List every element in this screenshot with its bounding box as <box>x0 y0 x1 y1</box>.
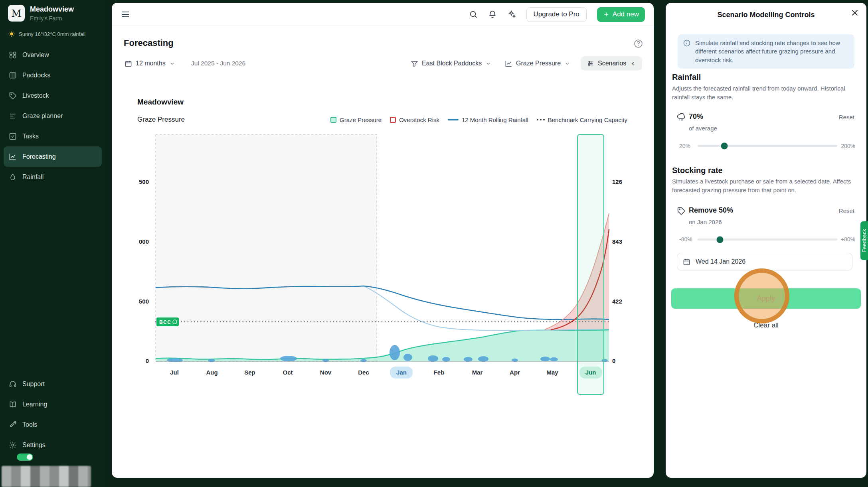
upgrade-pro-button[interactable]: Upgrade to Pro <box>526 7 587 22</box>
help-icon[interactable] <box>633 39 643 49</box>
rainfall-value: 70% <box>689 112 703 121</box>
month-label: Jul <box>170 369 179 376</box>
tag-icon <box>9 92 17 100</box>
sidebar-item-livestock[interactable]: Livestock <box>4 85 102 106</box>
sidebar-item-settings[interactable]: Settings <box>4 435 102 455</box>
chevron-down-icon <box>169 61 175 67</box>
forecast-chart: BCC 500 000 500 0 126 843 422 0 Jul Aug … <box>112 122 654 402</box>
line-chart-icon <box>505 60 512 67</box>
stocking-slider-min: -80% <box>679 236 692 243</box>
sidebar-item-rainfall[interactable]: Rainfall <box>4 167 102 187</box>
month-label: Dec <box>358 369 369 376</box>
sidebar-item-tools[interactable]: Tools <box>4 414 102 435</box>
sidebar-item-label: Tasks <box>22 133 39 140</box>
sidebar-item-forecasting[interactable]: Forecasting <box>4 146 102 167</box>
june-highlight-column[interactable] <box>577 134 604 394</box>
month-label: Apr <box>510 369 520 376</box>
farm-name: Emily's Farm <box>30 15 74 22</box>
info-icon <box>683 39 691 47</box>
legend-rolling-rainfall: 12 Month Rolling Rainfall <box>448 116 528 123</box>
sidebar-item-graze-planner[interactable]: Graze planner <box>4 106 102 126</box>
stocking-date-input[interactable]: Wed 14 Jan 2026 <box>677 253 852 270</box>
sidebar-item-label: Rainfall <box>22 174 43 181</box>
logo-mark: M <box>8 5 25 22</box>
legend-label: Benchmark Carrying Capacity <box>548 116 627 123</box>
apply-button[interactable]: Apply <box>671 288 861 309</box>
chart-legend: Graze Pressure Overstock Risk 12 Month R… <box>330 116 627 123</box>
stocking-value: Remove 50% <box>689 206 733 215</box>
wrench-icon <box>9 421 17 429</box>
gear-icon <box>9 441 17 449</box>
sidebar-item-tasks[interactable]: Tasks <box>4 126 102 146</box>
add-new-label: Add new <box>613 10 639 18</box>
y-label-left: 0 <box>146 357 149 364</box>
sidebar-item-label: Forecasting <box>22 153 56 160</box>
clear-all-link[interactable]: Clear all <box>666 321 866 329</box>
sidebar-toggle[interactable] <box>17 453 33 461</box>
stocking-reset-link[interactable]: Reset <box>839 207 854 214</box>
tag-icon <box>677 207 686 215</box>
topbar: Upgrade to Pro Add new <box>112 3 654 26</box>
scenarios-button[interactable]: Scenarios <box>581 56 642 71</box>
sidebar-item-label: Learning <box>22 401 47 408</box>
sparkles-icon[interactable] <box>507 10 516 19</box>
y-label-right: 422 <box>612 298 622 305</box>
feedback-tab[interactable]: Feedback <box>860 221 868 260</box>
check-square-icon <box>9 132 17 140</box>
period-filter[interactable]: 12 months <box>125 56 175 71</box>
teal-swatch-icon <box>330 117 336 123</box>
rainfall-description: Adjusts the forecasted rainfall trend fr… <box>672 84 860 102</box>
app-logo[interactable]: M Meadowview Emily's Farm <box>8 5 74 22</box>
stocking-slider-max: +80% <box>841 236 855 243</box>
chart-title: Meadowview <box>137 98 184 106</box>
legend-label: Overstock Risk <box>399 116 439 123</box>
red-swatch-icon <box>390 117 396 123</box>
cloud-rain-icon <box>677 113 686 122</box>
sidebar-item-learning[interactable]: Learning <box>4 394 102 414</box>
bell-icon[interactable] <box>488 10 497 19</box>
rainfall-sub: of average <box>689 125 717 132</box>
calendar-icon <box>125 60 132 67</box>
stocking-description: Simulates a livestock purchase or sale f… <box>672 177 860 195</box>
legend-benchmark: Benchmark Carrying Capacity <box>537 116 627 123</box>
legend-overstock-risk: Overstock Risk <box>390 116 439 123</box>
sidebar-item-paddocks[interactable]: Paddocks <box>4 65 102 85</box>
scenarios-button-label: Scenarios <box>598 60 626 67</box>
chevron-left-icon <box>630 61 636 67</box>
y-label-right: 843 <box>612 238 622 245</box>
stocking-heading: Stocking rate <box>672 166 723 175</box>
blue-line-icon <box>448 119 459 120</box>
menu-icon[interactable] <box>121 10 130 19</box>
month-label: Jan <box>396 369 407 376</box>
rainfall-slider-handle[interactable] <box>721 142 728 149</box>
month-label: Feb <box>434 369 445 376</box>
close-icon[interactable] <box>850 8 859 17</box>
paddocks-filter[interactable]: East Block Paddocks <box>411 56 491 71</box>
paddocks-icon <box>9 71 17 79</box>
y-label-right: 126 <box>612 178 622 185</box>
droplet-icon <box>9 173 17 181</box>
app-name: Meadowview <box>30 5 74 14</box>
sidebar-item-label: Settings <box>22 442 45 449</box>
sidebar-item-overview[interactable]: Overview <box>4 45 102 65</box>
stocking-slider[interactable] <box>698 239 837 241</box>
sidebar-item-label: Livestock <box>22 92 49 99</box>
sidebar-item-support[interactable]: Support <box>4 374 102 394</box>
scenario-info-text: Simulate rainfall and stocking rate chan… <box>695 39 840 63</box>
scenario-info-box: Simulate rainfall and stocking rate chan… <box>678 34 854 69</box>
paddocks-filter-label: East Block Paddocks <box>422 60 482 67</box>
metric-filter[interactable]: Graze Pressure <box>505 56 570 71</box>
rainfall-slider[interactable] <box>698 145 837 147</box>
search-icon[interactable] <box>469 10 478 19</box>
rainfall-reset-link[interactable]: Reset <box>839 114 854 120</box>
headset-icon <box>9 380 17 388</box>
stocking-sub: on Jan 2026 <box>689 219 722 225</box>
sidebar-item-label: Overview <box>22 51 49 59</box>
month-label: Mar <box>472 369 483 376</box>
add-new-button[interactable]: Add new <box>597 7 645 22</box>
rows-icon <box>9 112 17 120</box>
stocking-slider-handle[interactable] <box>717 236 724 243</box>
blurred-user-info <box>2 466 91 487</box>
chevron-down-icon <box>564 61 570 67</box>
y-label-right: 0 <box>612 357 615 364</box>
